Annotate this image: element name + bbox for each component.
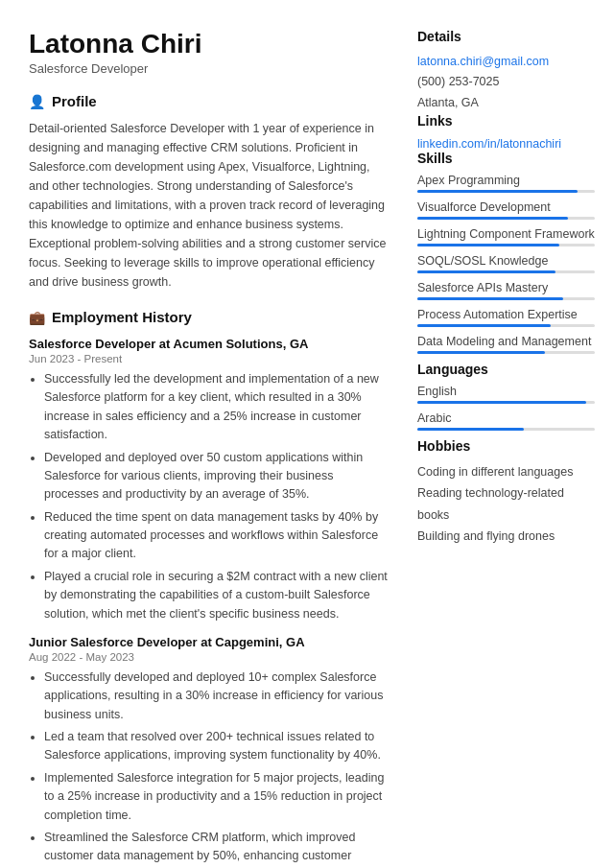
skill-bar-fill-4 bbox=[417, 297, 563, 300]
hobbies-section: Hobbies Coding in different languagesRea… bbox=[417, 438, 595, 548]
job-bullets-0: Successfully led the development and imp… bbox=[29, 370, 389, 623]
skill-bar-fill-3 bbox=[417, 270, 555, 273]
details-heading: Details bbox=[417, 29, 595, 44]
job-item-0: Salesforce Developer at Acumen Solutions… bbox=[29, 337, 389, 623]
linkedin-link[interactable]: linkedin.com/in/latonnachiri bbox=[417, 137, 561, 151]
skill-bar-fill-0 bbox=[417, 190, 578, 193]
skill-bar-bg-6 bbox=[417, 351, 595, 354]
job-item-1: Junior Salesforce Developer at Capgemini… bbox=[29, 635, 389, 868]
skill-item-4: Salesforce APIs Mastery bbox=[417, 281, 595, 300]
skill-bar-bg-3 bbox=[417, 270, 595, 273]
language-item-1: Arabic bbox=[417, 411, 595, 431]
details-section: Details latonna.chiri@gmail.com (500) 25… bbox=[417, 29, 595, 113]
profile-text: Detail-oriented Salesforce Developer wit… bbox=[29, 119, 389, 292]
skill-bar-fill-1 bbox=[417, 217, 568, 220]
job-dates-1: Aug 2022 - May 2023 bbox=[29, 651, 389, 663]
employment-icon: 💼 bbox=[29, 310, 45, 325]
language-item-0: English bbox=[417, 385, 595, 404]
links-section: Links linkedin.com/in/latonnachiri bbox=[417, 113, 595, 151]
profile-heading: 👤 Profile bbox=[29, 93, 389, 109]
skill-label-3: SOQL/SOSL Knowledge bbox=[417, 254, 595, 268]
skills-heading: Skills bbox=[417, 151, 595, 166]
skill-item-1: Visualforce Development bbox=[417, 200, 595, 220]
language-bar-bg-0 bbox=[417, 401, 595, 404]
profile-icon: 👤 bbox=[29, 94, 45, 109]
job-title-1: Junior Salesforce Developer at Capgemini… bbox=[29, 635, 389, 649]
skill-label-2: Lightning Component Framework bbox=[417, 227, 595, 241]
skill-label-5: Process Automation Expertise bbox=[417, 308, 595, 321]
job-bullet-0-3: Played a crucial role in securing a $2M … bbox=[44, 568, 389, 623]
skill-bar-bg-5 bbox=[417, 324, 595, 327]
skill-item-0: Apex Programming bbox=[417, 174, 595, 193]
job-bullet-1-1: Led a team that resolved over 200+ techn… bbox=[44, 728, 389, 765]
header: Latonna Chiri Salesforce Developer bbox=[29, 29, 389, 76]
employment-section: 💼 Employment History Salesforce Develope… bbox=[29, 309, 389, 868]
language-label-1: Arabic bbox=[417, 411, 595, 425]
details-location: Atlanta, GA bbox=[417, 93, 595, 113]
hobbies-list: Coding in different languagesReading tec… bbox=[417, 461, 595, 548]
jobs-list: Salesforce Developer at Acumen Solutions… bbox=[29, 337, 389, 868]
language-bar-bg-1 bbox=[417, 428, 595, 431]
job-bullet-0-1: Developed and deployed over 50 custom ap… bbox=[44, 449, 389, 504]
language-bar-fill-1 bbox=[417, 428, 524, 431]
skill-bar-bg-0 bbox=[417, 190, 595, 193]
language-bar-fill-0 bbox=[417, 401, 586, 404]
skill-bar-fill-2 bbox=[417, 244, 559, 246]
skill-item-6: Data Modeling and Management bbox=[417, 335, 595, 354]
job-bullet-1-0: Successfully developed and deployed 10+ … bbox=[44, 669, 389, 724]
employment-heading: 💼 Employment History bbox=[29, 309, 389, 325]
languages-heading: Languages bbox=[417, 362, 595, 377]
skills-section: Skills Apex ProgrammingVisualforce Devel… bbox=[417, 151, 595, 354]
skill-label-1: Visualforce Development bbox=[417, 200, 595, 214]
language-label-0: English bbox=[417, 385, 595, 398]
job-bullet-0-0: Successfully led the development and imp… bbox=[44, 370, 389, 445]
hobby-item-0: Coding in different languages bbox=[417, 461, 595, 483]
candidate-title: Salesforce Developer bbox=[29, 61, 389, 76]
job-title-0: Salesforce Developer at Acumen Solutions… bbox=[29, 337, 389, 351]
details-email-container: latonna.chiri@gmail.com bbox=[417, 52, 595, 72]
languages-list: EnglishArabic bbox=[417, 385, 595, 431]
skill-bar-bg-2 bbox=[417, 244, 595, 246]
hobby-item-1: Reading technology-related books bbox=[417, 482, 595, 526]
skill-bar-bg-1 bbox=[417, 217, 595, 220]
skill-item-3: SOQL/SOSL Knowledge bbox=[417, 254, 595, 273]
skill-item-5: Process Automation Expertise bbox=[417, 308, 595, 327]
details-phone: (500) 253-7025 bbox=[417, 72, 595, 92]
candidate-name: Latonna Chiri bbox=[29, 29, 389, 59]
job-dates-0: Jun 2023 - Present bbox=[29, 353, 389, 364]
profile-section: 👤 Profile Detail-oriented Salesforce Dev… bbox=[29, 93, 389, 292]
hobbies-heading: Hobbies bbox=[417, 438, 595, 454]
job-bullet-0-2: Reduced the time spent on data managemen… bbox=[44, 508, 389, 564]
right-column: Details latonna.chiri@gmail.com (500) 25… bbox=[417, 29, 595, 868]
skill-bar-bg-4 bbox=[417, 297, 595, 300]
email-link[interactable]: latonna.chiri@gmail.com bbox=[417, 55, 549, 68]
skill-label-4: Salesforce APIs Mastery bbox=[417, 281, 595, 294]
skill-bar-fill-6 bbox=[417, 351, 545, 354]
skill-bar-fill-5 bbox=[417, 324, 551, 327]
job-bullets-1: Successfully developed and deployed 10+ … bbox=[29, 669, 389, 868]
skill-label-6: Data Modeling and Management bbox=[417, 335, 595, 348]
hobby-item-2: Building and flying drones bbox=[417, 526, 595, 548]
job-bullet-1-3: Streamlined the Salesforce CRM platform,… bbox=[44, 829, 389, 868]
skill-label-0: Apex Programming bbox=[417, 174, 595, 187]
languages-section: Languages EnglishArabic bbox=[417, 362, 595, 431]
skill-item-2: Lightning Component Framework bbox=[417, 227, 595, 246]
links-heading: Links bbox=[417, 113, 595, 129]
skills-list: Apex ProgrammingVisualforce DevelopmentL… bbox=[417, 174, 595, 354]
job-bullet-1-2: Implemented Salesforce integration for 5… bbox=[44, 769, 389, 825]
